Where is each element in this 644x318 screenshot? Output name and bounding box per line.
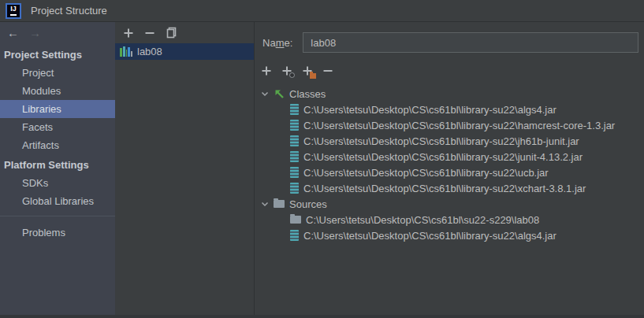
jar-file-icon <box>290 167 299 178</box>
tree-item-jar[interactable]: C:\Users\tetsu\Desktop\CS\cs61bl\library… <box>255 165 644 180</box>
add-library-button[interactable] <box>122 27 135 39</box>
folder-icon <box>290 216 301 224</box>
jar-file-icon <box>290 230 299 241</box>
window-titlebar: IJ Project Structure <box>0 0 644 22</box>
folder-icon <box>274 200 285 208</box>
sidebar-item-artifacts[interactable]: Artifacts <box>0 136 115 154</box>
section-header-platform-settings: Platform Settings <box>0 156 115 174</box>
jar-path: C:\Users\tetsu\Desktop\CS\cs61bl\library… <box>303 104 557 116</box>
libraries-list-toolbar <box>115 22 254 43</box>
remove-item-button[interactable] <box>322 65 334 77</box>
chevron-down-icon[interactable] <box>260 199 270 209</box>
name-label: Name: <box>262 37 292 49</box>
library-icon <box>120 46 132 57</box>
tree-item-source-folder[interactable]: C:\Users\tetsu\Desktop\CS\cs61bl\su22-s2… <box>255 212 644 227</box>
logo-text: IJ <box>10 6 17 13</box>
intellij-logo-icon: IJ <box>6 3 21 19</box>
jar-path: C:\Users\tetsu\Desktop\CS\cs61bl\library… <box>303 120 615 131</box>
sidebar-item-facets[interactable]: Facets <box>0 118 115 136</box>
source-folder-path: C:\Users\tetsu\Desktop\CS\cs61bl\su22-s2… <box>306 214 539 226</box>
library-list-item-lab08[interactable]: lab08 <box>115 43 254 60</box>
sidebar-item-project[interactable]: Project <box>0 64 115 82</box>
sidebar-divider <box>0 216 115 216</box>
jar-path: C:\Users\tetsu\Desktop\CS\cs61bl\library… <box>303 135 579 147</box>
library-content-tree: Classes C:\Users\tetsu\Desktop\CS\cs61bl… <box>255 84 644 243</box>
tree-item-source-jar[interactable]: C:\Users\tetsu\Desktop\CS\cs61bl\library… <box>255 227 644 243</box>
forward-button[interactable]: → <box>29 27 41 39</box>
sidebar-item-sdks[interactable]: SDKs <box>0 174 115 192</box>
chevron-down-icon[interactable] <box>260 89 270 98</box>
jar-path: C:\Users\tetsu\Desktop\CS\cs61bl\library… <box>303 230 557 242</box>
back-button[interactable]: ← <box>7 27 19 39</box>
tree-item-jar[interactable]: C:\Users\tetsu\Desktop\CS\cs61bl\library… <box>255 149 644 165</box>
attach-files-from-repository-button[interactable] <box>281 65 293 77</box>
sidebar-item-global-libraries[interactable]: Global Libraries <box>0 192 115 210</box>
classes-icon <box>274 88 285 99</box>
jar-file-icon <box>290 151 299 162</box>
minus-icon <box>144 28 155 39</box>
jar-path: C:\Users\tetsu\Desktop\CS\cs61bl\library… <box>303 151 583 163</box>
tree-node-label: Sources <box>289 198 327 210</box>
tree-item-jar[interactable]: C:\Users\tetsu\Desktop\CS\cs61bl\library… <box>255 117 644 133</box>
jar-path: C:\Users\tetsu\Desktop\CS\cs61bl\library… <box>303 167 549 179</box>
tree-node-classes[interactable]: Classes <box>255 86 644 102</box>
settings-sidebar: ← → Project Settings Project Modules Lib… <box>0 22 115 315</box>
add-files-button[interactable] <box>260 65 273 77</box>
sidebar-item-modules[interactable]: Modules <box>0 82 115 100</box>
section-header-project-settings: Project Settings <box>0 46 115 64</box>
tree-node-sources[interactable]: Sources <box>255 196 644 212</box>
jar-file-icon <box>290 183 299 194</box>
jar-file-icon <box>290 104 299 115</box>
history-nav: ← → <box>0 22 115 44</box>
remove-library-button[interactable] <box>143 27 156 39</box>
jar-file-icon <box>290 120 299 131</box>
library-editor-toolbar <box>255 53 644 84</box>
tree-item-jar[interactable]: C:\Users\tetsu\Desktop\CS\cs61bl\library… <box>255 133 644 149</box>
library-name: lab08 <box>137 46 162 57</box>
library-editor-panel: Name: <box>255 22 644 315</box>
tree-item-jar[interactable]: C:\Users\tetsu\Desktop\CS\cs61bl\library… <box>255 180 644 196</box>
repository-badge-icon <box>289 72 295 78</box>
jar-file-icon <box>290 135 299 146</box>
plus-icon <box>123 28 134 39</box>
libraries-list-panel: lab08 <box>115 22 255 315</box>
minus-icon <box>322 65 333 76</box>
jar-path: C:\Users\tetsu\Desktop\CS\cs61bl\library… <box>303 183 586 194</box>
tree-item-jar[interactable]: C:\Users\tetsu\Desktop\CS\cs61bl\library… <box>255 102 644 117</box>
sidebar-item-problems[interactable]: Problems <box>0 224 115 242</box>
library-name-input[interactable] <box>303 32 638 53</box>
window-title: Project Structure <box>31 5 107 17</box>
plus-icon <box>261 65 272 76</box>
logo-underline <box>10 14 17 16</box>
sidebar-item-libraries[interactable]: Libraries <box>0 100 115 118</box>
copy-library-button[interactable] <box>165 27 177 39</box>
add-jar-directory-button[interactable] <box>301 65 314 77</box>
tree-node-label: Classes <box>289 88 326 100</box>
directory-badge-icon <box>310 73 316 79</box>
copy-icon <box>166 27 177 39</box>
